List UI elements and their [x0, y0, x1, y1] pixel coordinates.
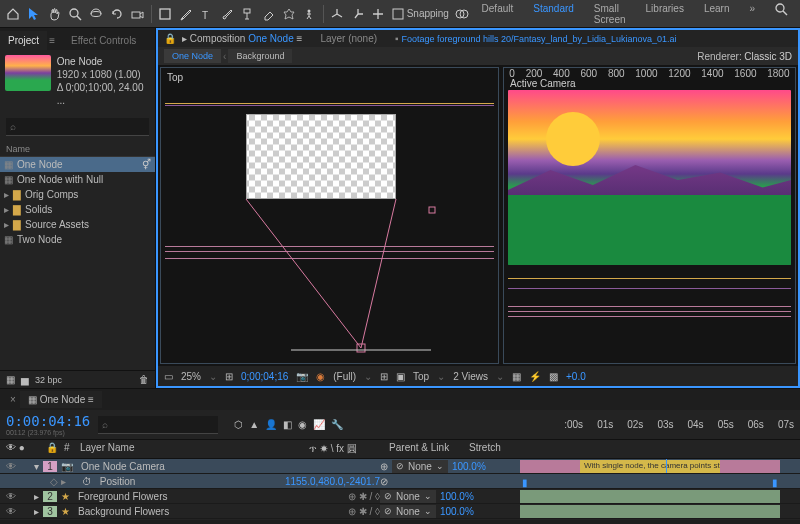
project-item[interactable]: ▸▇Orig Comps [0, 187, 155, 202]
eraser-tool-icon[interactable] [261, 6, 276, 22]
breadcrumb-item[interactable]: One Node [164, 49, 221, 63]
current-timecode[interactable]: 0:00:04:16 [6, 413, 90, 429]
keyframe-icon[interactable]: ▮ [522, 477, 528, 488]
roto-tool-icon[interactable] [281, 6, 296, 22]
layer-name[interactable]: One Node Camera [77, 461, 380, 472]
ws-small[interactable]: Small Screen [588, 0, 632, 29]
draft3d-icon[interactable]: ▲ [249, 419, 259, 430]
active-camera-view[interactable]: 020040060080010001200140016001800 Active… [503, 67, 796, 364]
puppet-tool-icon[interactable] [302, 6, 317, 22]
keyframe-nav-icon[interactable]: ◇ ▸ [50, 476, 66, 487]
col-mode[interactable]: ጥ ☀ \ fx 圓 [309, 442, 389, 456]
top-view[interactable]: Top [160, 67, 499, 364]
type-tool-icon[interactable]: T [199, 6, 214, 22]
view-axis-icon[interactable] [371, 6, 386, 22]
flowchart-icon[interactable]: ⚥ [142, 159, 151, 170]
search-help-icon[interactable] [769, 0, 794, 29]
tab-project[interactable]: Project [0, 31, 47, 50]
camera-tool-icon[interactable] [130, 6, 145, 22]
mask-icon[interactable]: ▣ [396, 371, 405, 382]
property-value[interactable]: 1155.0,480.0,-2401.7 [285, 476, 380, 487]
ws-learn[interactable]: Learn [698, 0, 736, 29]
layer-search-input[interactable] [98, 416, 218, 434]
new-folder-icon[interactable]: ▅ [21, 374, 29, 385]
layer-name[interactable]: Background Flowers [74, 506, 344, 517]
stopwatch-icon[interactable]: ⏱ [70, 476, 92, 487]
layer-bar[interactable] [520, 505, 780, 518]
draft3d-icon[interactable]: ▦ [512, 371, 521, 382]
snapping-toggle[interactable]: Snapping [392, 6, 449, 22]
renderer-dropdown[interactable]: Classic 3D [744, 51, 792, 62]
views-count-dropdown[interactable]: 2 Views [453, 371, 488, 382]
snapshot-icon[interactable]: 📷 [296, 371, 308, 382]
pen-tool-icon[interactable] [178, 6, 193, 22]
parent-dropdown[interactable]: ⊘ None ⌄ [380, 490, 436, 503]
stretch-value[interactable]: 100.0% [440, 491, 474, 502]
stretch-value[interactable]: 100.0% [440, 506, 474, 517]
ws-standard[interactable]: Standard [527, 0, 580, 29]
timeline-ruler[interactable]: :00s01s02s03s04s05s06s07s [564, 419, 794, 430]
layer-row[interactable]: 👁▸3★Background Flowers⊕ ✱ / ◊⊘ None ⌄100… [0, 504, 800, 519]
layer-name[interactable]: Foreground Flowers [74, 491, 344, 502]
hand-tool-icon[interactable] [47, 6, 62, 22]
transparency-icon[interactable]: ▩ [549, 371, 558, 382]
project-item[interactable]: ▦Two Node [0, 232, 155, 247]
channel-icon[interactable]: ◉ [316, 371, 325, 382]
tab-footage[interactable]: ▪ Footage foreground hills 20/Fantasy_la… [395, 33, 677, 44]
home-icon[interactable] [6, 6, 21, 22]
project-item[interactable]: ▸▇Solids [0, 202, 155, 217]
twirl-icon[interactable]: ▸ [4, 204, 9, 215]
world-axis-icon[interactable] [350, 6, 365, 22]
graph-editor-icon[interactable]: 📈 [313, 419, 325, 430]
local-axis-icon[interactable] [330, 6, 345, 22]
visibility-toggle[interactable]: 👁 [6, 461, 16, 472]
col-layer-name[interactable]: Layer Name [76, 442, 309, 456]
project-item[interactable]: ▦One Node⚥ [0, 157, 155, 172]
quality-dropdown[interactable]: (Full) [333, 371, 356, 382]
project-search-input[interactable] [6, 118, 149, 136]
col-stretch[interactable]: Stretch [469, 442, 519, 456]
col-parent[interactable]: Parent & Link [389, 442, 469, 456]
mask-mode-icon[interactable] [455, 6, 470, 22]
timecode-display[interactable]: 0;00;04;16 [241, 371, 288, 382]
motion-blur-icon[interactable]: ◉ [298, 419, 307, 430]
rotate-tool-icon[interactable] [109, 6, 124, 22]
grid-icon[interactable]: ⊞ [380, 371, 388, 382]
fast-preview-icon[interactable]: ⚡ [529, 371, 541, 382]
resolution-icon[interactable]: ⊞ [225, 371, 233, 382]
exposure-value[interactable]: +0.0 [566, 371, 586, 382]
twirl-icon[interactable]: ▸ [4, 219, 9, 230]
delete-icon[interactable]: 🗑 [139, 374, 149, 385]
zoom-dropdown[interactable]: 25% [181, 371, 201, 382]
ws-more-icon[interactable]: » [743, 0, 761, 29]
layer-bar[interactable] [520, 490, 780, 503]
selection-tool-icon[interactable] [27, 6, 42, 22]
twirl-icon[interactable]: ▸ [4, 189, 9, 200]
composition-flowchart-icon[interactable]: ⬡ [234, 419, 243, 430]
parent-dropdown[interactable]: ⊘ None ⌄ [392, 460, 448, 473]
tab-layer[interactable]: Layer (none) [320, 33, 377, 44]
frame-blend-icon[interactable]: ◧ [283, 419, 292, 430]
breadcrumb-item[interactable]: Background [228, 49, 292, 63]
view-dropdown[interactable]: Top [413, 371, 429, 382]
parent-dropdown[interactable]: ⊘ None ⌄ [380, 505, 436, 518]
brush-tool-icon[interactable] [219, 6, 234, 22]
bpc-button[interactable]: 32 bpc [35, 375, 62, 385]
layer-row[interactable]: 👁▸2★Foreground Flowers⊕ ✱ / ◊⊘ None ⌄100… [0, 489, 800, 504]
visibility-toggle[interactable]: 👁 [6, 491, 16, 502]
lock-icon[interactable]: 🔒 [164, 33, 176, 44]
ws-default[interactable]: Default [476, 0, 520, 29]
timeline-tab[interactable]: ▦ One Node ≡ [20, 391, 102, 408]
stretch-value[interactable]: 100.0% [452, 461, 486, 472]
shape-tool-icon[interactable] [158, 6, 173, 22]
ws-libraries[interactable]: Libraries [640, 0, 690, 29]
playhead[interactable] [666, 459, 667, 473]
clone-tool-icon[interactable] [240, 6, 255, 22]
layer-marker[interactable]: With single node, the camera points stra… [580, 460, 720, 473]
layer-row[interactable]: 👁▾1📷One Node Camera ⊕⊘ None ⌄100.0% With… [0, 459, 800, 474]
tab-effect-controls[interactable]: Effect Controls [63, 31, 144, 50]
property-row[interactable]: ◇ ▸⏱Position1155.0,480.0,-2401.7 ⊘ ▮▮ [0, 474, 800, 489]
name-column-header[interactable]: Name [0, 142, 155, 157]
interpret-icon[interactable]: ▦ [6, 374, 15, 385]
shy-icon[interactable]: 👤 [265, 419, 277, 430]
